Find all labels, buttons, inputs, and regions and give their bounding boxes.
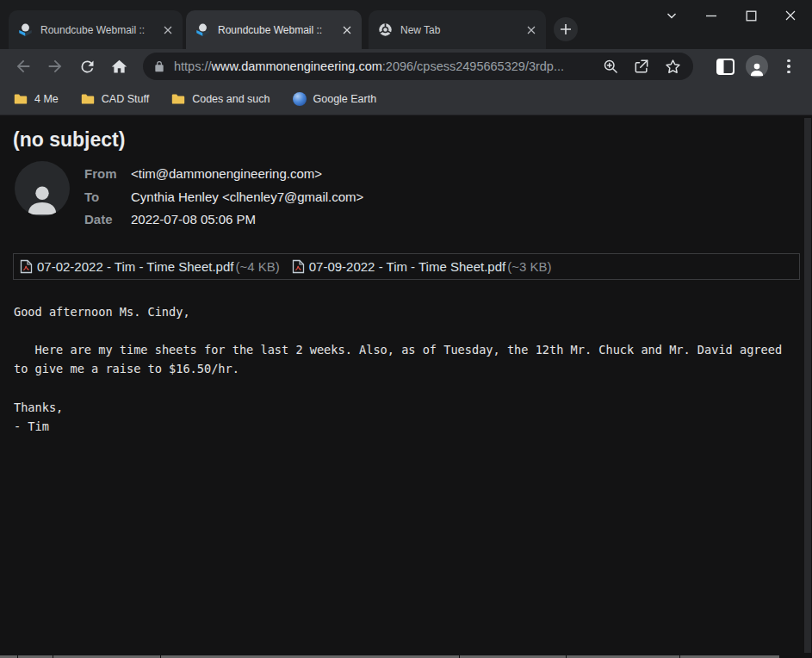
share-icon <box>633 58 650 75</box>
roundcube-favicon-icon <box>18 22 33 37</box>
forward-button[interactable] <box>44 55 66 78</box>
star-icon <box>664 58 682 76</box>
message-subject: (no subject) <box>13 127 812 152</box>
browser-toolbar: https://www.dammonengineering.com:2096/c… <box>0 49 812 84</box>
tab-new-tab[interactable]: New Tab <box>369 10 546 49</box>
chrome-favicon-icon <box>378 22 393 37</box>
share-button[interactable] <box>631 56 652 77</box>
home-button[interactable] <box>108 55 130 78</box>
bookmark-label: 4 Me <box>34 93 59 105</box>
lock-icon[interactable] <box>153 60 165 73</box>
back-button[interactable] <box>12 55 34 78</box>
window-close-button[interactable] <box>771 3 810 28</box>
attachment-link-2[interactable]: 07-09-2022 - Tim - Time Sheet.pdf (~3 KB… <box>292 259 552 274</box>
new-tab-button[interactable] <box>554 17 578 41</box>
url-text: https://www.dammonengineering.com:2096/c… <box>174 59 590 73</box>
message-body: Good afternoon Ms. Cindy, Here are my ti… <box>14 302 812 437</box>
attachment-link-1[interactable]: 07-02-2022 - Tim - Time Sheet.pdf (~4 KB… <box>20 259 280 274</box>
three-dot-menu-icon <box>787 59 790 74</box>
tab-strip: Roundcube Webmail :: Roundcube Webmail :… <box>0 0 812 49</box>
tab-roundcube-webmail-1[interactable]: Roundcube Webmail :: <box>9 10 183 49</box>
bookmark-star-button[interactable] <box>662 56 683 77</box>
address-bar[interactable]: https://www.dammonengineering.com:2096/c… <box>143 53 693 80</box>
reload-icon <box>78 58 96 76</box>
tab-close-icon[interactable] <box>339 22 355 38</box>
window-controls <box>652 3 810 28</box>
folder-icon <box>171 93 185 105</box>
message-header: From <tim@dammonengineering.com> To Cynt… <box>15 161 812 232</box>
attachment-size: (~4 KB) <box>235 259 279 274</box>
tab-roundcube-webmail-2[interactable]: Roundcube Webmail :: <box>186 10 362 49</box>
browser-menu-button[interactable] <box>778 55 800 78</box>
window-maximize-button[interactable] <box>731 3 771 28</box>
pdf-file-icon <box>20 259 33 274</box>
globe-icon <box>293 92 307 106</box>
browser-window: Roundcube Webmail :: Roundcube Webmail :… <box>0 0 812 658</box>
bookmark-label: CAD Stuff <box>102 93 149 105</box>
bookmark-label: Codes and such <box>192 93 270 105</box>
date-label: Date <box>84 208 131 232</box>
date-value: 2022-07-08 05:06 PM <box>131 208 256 232</box>
bookmark-folder-cad-stuff[interactable]: CAD Stuff <box>81 93 149 105</box>
tab-title: New Tab <box>400 24 524 36</box>
tab-title: Roundcube Webmail :: <box>40 24 160 36</box>
header-rows: From <tim@dammonengineering.com> To Cynt… <box>84 161 363 232</box>
folder-icon <box>81 93 95 105</box>
bookmark-folder-codes-and-such[interactable]: Codes and such <box>171 93 270 105</box>
home-icon <box>110 58 128 76</box>
attachment-filename: 07-09-2022 - Tim - Time Sheet.pdf <box>309 259 505 274</box>
profile-button[interactable] <box>746 55 768 78</box>
plus-icon <box>560 23 572 35</box>
to-value: Cynthia Henley <clhenley7@gmail.com> <box>131 186 363 209</box>
attachment-size: (~3 KB) <box>507 259 551 274</box>
sender-avatar <box>15 161 70 216</box>
vertical-scrollbar[interactable] <box>804 118 811 653</box>
header-row-to: To Cynthia Henley <clhenley7@gmail.com> <box>84 186 363 209</box>
to-label: To <box>84 186 131 209</box>
url-domain: www.dammonengineering.com <box>212 59 382 73</box>
from-value: <tim@dammonengineering.com> <box>131 163 322 186</box>
person-icon <box>24 180 60 216</box>
pdf-file-icon <box>292 259 305 274</box>
tab-close-icon[interactable] <box>160 22 176 38</box>
attachment-filename: 07-02-2022 - Tim - Time Sheet.pdf <box>37 259 233 274</box>
side-panel-icon <box>716 59 735 75</box>
reload-button[interactable] <box>76 55 98 78</box>
forward-arrow-icon <box>46 57 65 76</box>
bookmark-google-earth[interactable]: Google Earth <box>293 92 377 106</box>
url-path: :2096/cpsess2495665329/3rdp... <box>382 59 564 73</box>
tab-close-icon[interactable] <box>524 22 539 38</box>
magnifier-plus-icon <box>602 58 619 75</box>
window-minimize-button[interactable] <box>691 3 731 28</box>
folder-icon <box>14 93 28 105</box>
roundcube-favicon-icon <box>195 22 210 37</box>
webmail-message-view: (no subject) From <tim@dammonengineering… <box>0 115 812 658</box>
profile-avatar-icon <box>746 55 768 78</box>
zoom-button[interactable] <box>600 56 621 77</box>
from-label: From <box>84 163 131 186</box>
url-scheme: https:// <box>174 59 212 73</box>
bookmark-folder-4-me[interactable]: 4 Me <box>14 93 59 105</box>
header-row-from: From <tim@dammonengineering.com> <box>84 163 363 186</box>
side-panel-button[interactable] <box>714 55 736 78</box>
attachments-bar: 07-02-2022 - Tim - Time Sheet.pdf (~4 KB… <box>13 253 800 280</box>
bookmark-label: Google Earth <box>313 93 377 105</box>
tab-title: Roundcube Webmail :: <box>218 24 339 36</box>
window-chevron-down-icon[interactable] <box>652 3 691 28</box>
back-arrow-icon <box>14 57 33 76</box>
bookmarks-bar: 4 Me CAD Stuff Codes and such Google Ear… <box>0 84 812 115</box>
header-row-date: Date 2022-07-08 05:06 PM <box>84 208 363 232</box>
